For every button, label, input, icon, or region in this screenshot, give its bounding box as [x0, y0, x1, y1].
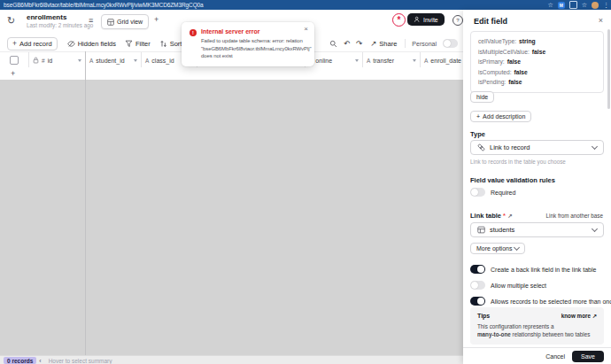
extension-star-icon[interactable]: ☆	[582, 2, 587, 8]
link-from-another-base-link[interactable]: Link from another base	[546, 213, 603, 219]
table-name[interactable]: enrollments	[27, 13, 66, 21]
share-button[interactable]: ↗ Share	[368, 38, 398, 50]
collapse-chevron-icon[interactable]: ‹	[39, 358, 41, 364]
add-view-button[interactable]: +	[154, 15, 159, 24]
number-field-icon: #	[42, 58, 45, 64]
toggle-knob	[477, 266, 484, 273]
redo-icon[interactable]: ↷	[356, 40, 362, 48]
select-more-than-once-toggle[interactable]	[470, 297, 485, 306]
column-header-student-id[interactable]: A student_id	[86, 52, 142, 68]
lock-icon	[33, 57, 39, 64]
know-more-link[interactable]: know more ↗	[561, 313, 597, 319]
required-label: Required	[491, 190, 515, 196]
empty-grid-area	[0, 80, 463, 355]
toggle-knob	[471, 282, 478, 289]
side-panel-icon[interactable]	[569, 1, 577, 9]
meta-value: false	[508, 77, 522, 88]
add-record-label: Add record	[19, 40, 52, 48]
search-icon[interactable]	[329, 40, 337, 48]
toggle-knob	[477, 298, 484, 305]
meta-value: false	[507, 57, 521, 67]
select-all-checkbox[interactable]	[10, 56, 19, 65]
panel-scrollbar[interactable]	[607, 29, 610, 109]
grid-view-button[interactable]: Grid view	[101, 14, 149, 29]
toggle-knob	[444, 40, 451, 47]
invite-button[interactable]: Invite	[407, 13, 445, 26]
meta-key: isComputed:	[478, 67, 512, 78]
panel-footer: Cancel Save	[463, 347, 611, 364]
link-table-select[interactable]: students	[470, 222, 604, 237]
toggle-knob	[471, 189, 478, 196]
backlink-toggle[interactable]	[470, 265, 485, 274]
tips-title: Tips	[477, 313, 490, 319]
cancel-button[interactable]: Cancel	[545, 353, 565, 360]
field-type-value: Link to record	[490, 143, 530, 151]
column-menu-icon[interactable]	[78, 59, 81, 62]
meta-key: isMultipleCellValue:	[478, 47, 530, 58]
personal-toggle[interactable]	[443, 39, 458, 48]
meta-key: isPending:	[478, 77, 506, 88]
save-button[interactable]: Save	[572, 351, 604, 362]
sort-arrows-icon	[159, 40, 167, 48]
external-link-icon: ↗	[592, 313, 597, 319]
url-text[interactable]: bseGB6MbFkr6l8vtaor/table/tblMmaLmcy0kxR…	[0, 2, 204, 8]
tips-line1: This configuration represents a	[477, 323, 553, 329]
bookmark-star-icon[interactable]: ☆	[547, 2, 553, 8]
column-menu-icon[interactable]	[134, 59, 137, 62]
meta-row: isMultipleCellValue: false	[478, 47, 596, 58]
know-more-text: know more	[561, 313, 591, 319]
add-record-row[interactable]: +	[0, 67, 463, 81]
chevron-down-icon	[592, 226, 598, 232]
select-all-cell[interactable]	[0, 52, 29, 68]
last-modified-text: Last modify: 2 minutes ago	[27, 22, 93, 28]
share-label: Share	[379, 40, 397, 48]
extension-icon[interactable]: M	[558, 2, 565, 9]
invite-label: Invite	[423, 17, 438, 23]
multiple-select-toggle-row: Allow multiple select	[470, 281, 546, 290]
undo-icon[interactable]: ↶	[344, 40, 350, 48]
error-icon: !	[189, 29, 197, 36]
column-label: online	[315, 58, 332, 64]
tips-box: Tips know more ↗ This configuration repr…	[470, 307, 604, 345]
help-icon[interactable]: ?	[452, 15, 463, 26]
link-table-label: Link table * ↗	[470, 212, 513, 220]
field-meta-box: cellValueType: string isMultipleCellValu…	[470, 31, 604, 93]
personal-label: Personal	[412, 41, 437, 47]
add-record-button[interactable]: + Add record	[7, 37, 58, 50]
column-menu-icon[interactable]	[355, 59, 359, 62]
column-label: transfer	[373, 58, 394, 64]
type-help-text: Link to records in the table you choose	[470, 159, 566, 165]
text-field-icon: A	[424, 58, 428, 64]
browser-menu-icon[interactable]: ⋮	[603, 2, 609, 8]
toast-close-icon[interactable]: ×	[304, 26, 308, 33]
hide-meta-button[interactable]: hide	[470, 91, 494, 103]
filter-label: Filter	[135, 40, 151, 48]
panel-close-icon[interactable]: ×	[599, 16, 603, 25]
required-toggle-row: Required	[470, 188, 515, 197]
toolbar-right: ↶ ↷ ↗ Share Personal	[329, 35, 461, 51]
required-toggle[interactable]	[470, 188, 485, 197]
add-description-button[interactable]: + Add description	[470, 111, 531, 122]
column-header-id[interactable]: # id	[29, 52, 86, 68]
plus-icon: +	[476, 113, 480, 120]
more-options-button[interactable]: More options	[470, 243, 525, 254]
frozen-column-divider[interactable]	[85, 51, 86, 355]
chevron-down-icon	[514, 244, 520, 251]
collaborator-avatar[interactable]: *	[392, 13, 406, 27]
column-header-transfer[interactable]: A transfer	[363, 52, 421, 68]
column-menu-icon[interactable]	[413, 59, 416, 62]
record-count-badge[interactable]: 0 records	[4, 357, 36, 364]
tips-line2: relationship between two tables	[511, 331, 591, 337]
multiple-select-toggle[interactable]	[470, 281, 485, 290]
meta-row: cellValueType: string	[478, 36, 596, 47]
grid-view-label: Grid view	[117, 19, 143, 25]
column-header-enroll-date[interactable]: A enroll_date	[421, 52, 463, 68]
column-label: id	[48, 58, 52, 64]
hidden-fields-button[interactable]: Hidden fields	[63, 38, 120, 50]
view-list-icon[interactable]: ≡	[89, 16, 93, 25]
field-type-select[interactable]: Link to record	[470, 140, 604, 155]
refresh-icon[interactable]: ↻	[7, 15, 15, 27]
external-link-icon[interactable]: ↗	[507, 213, 512, 219]
browser-profile-avatar[interactable]	[592, 2, 599, 9]
filter-button[interactable]: Filter	[120, 38, 155, 50]
